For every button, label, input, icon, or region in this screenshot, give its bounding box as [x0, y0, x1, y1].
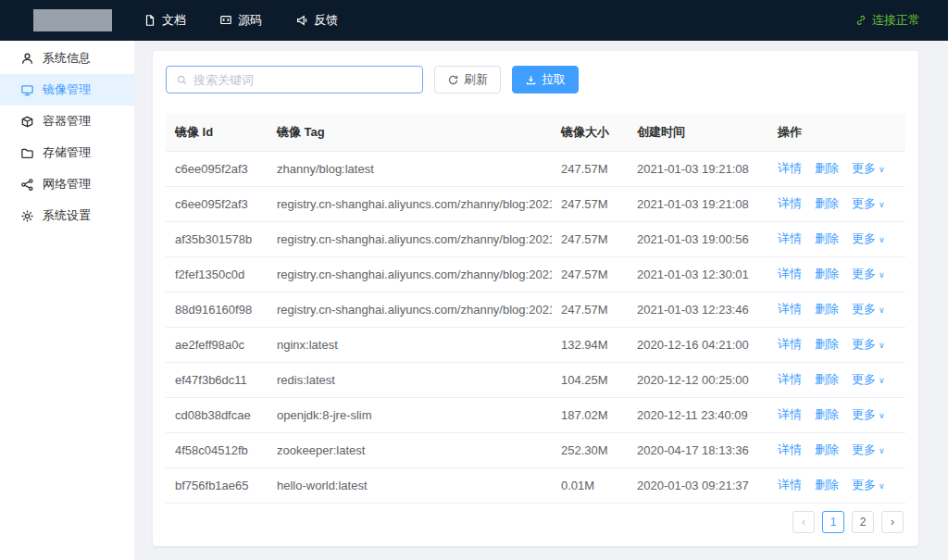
actions-cell: 详情删除更多∨	[768, 362, 905, 397]
sidebar-item-container-management[interactable]: 容器管理	[0, 106, 134, 137]
more-dropdown[interactable]: 更多∨	[852, 161, 885, 175]
image-management-card: 刷新 拉取 镜像 Id 镜像 Tag 镜像大小 创建时间 操作	[153, 51, 918, 546]
delete-link[interactable]: 删除	[815, 231, 839, 245]
created-time-cell: 2020-12-16 04:21:00	[628, 327, 768, 362]
network-icon	[20, 178, 34, 192]
search-box	[166, 66, 423, 93]
table-row: 88d916160f98registry.cn-shanghai.aliyunc…	[166, 292, 905, 327]
detail-link[interactable]: 详情	[778, 442, 802, 456]
more-dropdown[interactable]: 更多∨	[852, 337, 885, 351]
more-dropdown[interactable]: 更多∨	[852, 267, 885, 280]
chevron-down-icon: ∨	[879, 446, 885, 455]
page-button-2[interactable]: 2	[852, 511, 874, 533]
detail-link[interactable]: 详情	[778, 161, 802, 175]
monitor-icon	[20, 83, 34, 97]
delete-link[interactable]: 删除	[815, 442, 839, 456]
chevron-down-icon: ∨	[879, 235, 885, 244]
sidebar-item-label: 系统设置	[43, 207, 91, 224]
chevron-right-icon: ›	[891, 516, 894, 529]
feedback-icon	[295, 14, 308, 27]
chevron-down-icon: ∨	[879, 270, 885, 280]
nav-source[interactable]: 源码	[219, 12, 262, 29]
sidebar-item-label: 网络管理	[43, 176, 91, 193]
header-actions: 操作	[768, 114, 905, 151]
table-row: bf756fb1ae65hello-world:latest0.01M2020-…	[166, 467, 905, 503]
next-page-button[interactable]: ›	[881, 511, 904, 533]
sidebar-item-label: 系统信息	[43, 50, 91, 67]
delete-link[interactable]: 删除	[815, 407, 839, 421]
main-content: 刷新 拉取 镜像 Id 镜像 Tag 镜像大小 创建时间 操作	[134, 41, 948, 560]
sidebar-item-system-settings[interactable]: 系统设置	[0, 200, 134, 231]
detail-link[interactable]: 详情	[778, 478, 802, 492]
chevron-down-icon: ∨	[879, 341, 885, 350]
sidebar-item-storage-management[interactable]: 存储管理	[0, 137, 134, 168]
nav-feedback-label: 反馈	[314, 12, 338, 29]
more-dropdown[interactable]: 更多∨	[852, 442, 885, 456]
top-navigation: 文档 源码 反馈	[143, 12, 338, 29]
sidebar-item-system-info[interactable]: 系统信息	[0, 43, 134, 74]
more-dropdown[interactable]: 更多∨	[852, 196, 885, 210]
more-dropdown[interactable]: 更多∨	[852, 302, 885, 316]
created-time-cell: 2021-01-03 12:23:46	[628, 292, 768, 327]
image-tag-cell: registry.cn-shanghai.aliyuncs.com/zhanny…	[268, 292, 552, 327]
connection-status-label: 连接正常	[872, 12, 920, 29]
created-time-cell: 2020-04-17 18:13:36	[628, 432, 768, 467]
detail-link[interactable]: 详情	[778, 196, 802, 210]
delete-link[interactable]: 删除	[815, 196, 839, 210]
refresh-button-label: 刷新	[464, 71, 488, 88]
sidebar-item-network-management[interactable]: 网络管理	[0, 168, 134, 200]
detail-link[interactable]: 详情	[778, 231, 802, 245]
more-dropdown[interactable]: 更多∨	[852, 407, 885, 421]
actions-cell: 详情删除更多∨	[768, 186, 905, 221]
more-dropdown[interactable]: 更多∨	[852, 372, 885, 386]
detail-link[interactable]: 详情	[778, 302, 802, 316]
sidebar-item-label: 存储管理	[43, 144, 91, 161]
pull-button[interactable]: 拉取	[512, 66, 579, 93]
sidebar: 系统信息 镜像管理 容器管理 存储管理 网络管理	[0, 41, 134, 560]
nav-docs[interactable]: 文档	[143, 12, 186, 29]
detail-link[interactable]: 详情	[778, 407, 802, 421]
delete-link[interactable]: 删除	[815, 302, 839, 316]
delete-link[interactable]: 删除	[815, 267, 839, 280]
page-button-1[interactable]: 1	[822, 511, 844, 533]
image-id-cell: cd08b38dfcae	[166, 397, 268, 432]
chevron-down-icon: ∨	[879, 411, 885, 420]
search-icon	[176, 74, 188, 86]
image-id-cell: c6ee095f2af3	[166, 151, 268, 186]
more-dropdown[interactable]: 更多∨	[852, 478, 885, 492]
image-id-cell: 4f58c04512fb	[166, 432, 268, 467]
delete-link[interactable]: 删除	[815, 478, 839, 492]
gear-icon	[20, 209, 34, 223]
detail-link[interactable]: 详情	[778, 267, 802, 280]
image-tag-cell: registry.cn-shanghai.aliyuncs.com/zhanny…	[268, 221, 552, 256]
table-row: c6ee095f2af3registry.cn-shanghai.aliyunc…	[166, 186, 905, 221]
table-row: ef47f3b6dc11redis:latest104.25M2020-12-1…	[166, 362, 905, 397]
chevron-down-icon: ∨	[879, 305, 885, 315]
connection-status[interactable]: 连接正常	[854, 12, 920, 29]
image-size-cell: 132.94M	[552, 327, 628, 362]
actions-cell: 详情删除更多∨	[768, 292, 905, 327]
table-header-row: 镜像 Id 镜像 Tag 镜像大小 创建时间 操作	[166, 114, 905, 151]
chevron-down-icon: ∨	[879, 376, 885, 385]
refresh-button[interactable]: 刷新	[434, 66, 501, 93]
search-input[interactable]	[193, 73, 413, 87]
actions-cell: 详情删除更多∨	[768, 221, 905, 256]
created-time-cell: 2021-01-03 19:21:08	[628, 186, 768, 221]
more-dropdown[interactable]: 更多∨	[852, 231, 885, 245]
detail-link[interactable]: 详情	[778, 372, 802, 386]
delete-link[interactable]: 删除	[815, 337, 839, 351]
actions-cell: 详情删除更多∨	[768, 397, 905, 432]
image-tag-cell: nginx:latest	[268, 327, 552, 362]
delete-link[interactable]: 删除	[815, 372, 839, 386]
detail-link[interactable]: 详情	[778, 337, 802, 351]
created-time-cell: 2021-01-03 19:21:08	[628, 151, 768, 186]
refresh-icon	[447, 74, 459, 86]
nav-feedback[interactable]: 反馈	[295, 12, 338, 29]
table-row: c6ee095f2af3zhanny/blog:latest247.57M202…	[166, 151, 905, 186]
created-time-cell: 2020-12-12 00:25:00	[628, 362, 768, 397]
prev-page-button[interactable]: ‹	[792, 511, 815, 533]
image-size-cell: 252.30M	[552, 432, 628, 467]
table-row: f2fef1350c0dregistry.cn-shanghai.aliyunc…	[166, 256, 905, 292]
sidebar-item-image-management[interactable]: 镜像管理	[0, 74, 134, 106]
delete-link[interactable]: 删除	[815, 161, 839, 175]
